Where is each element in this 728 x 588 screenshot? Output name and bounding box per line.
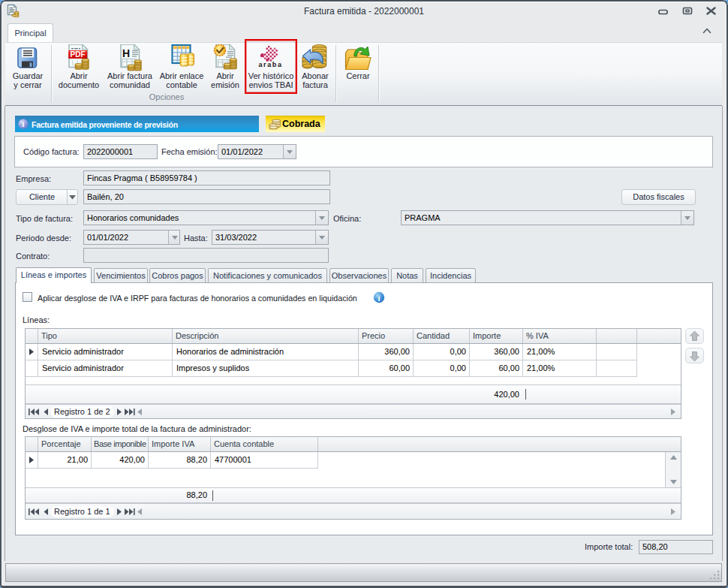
svg-text:H: H	[122, 47, 130, 59]
svg-text:i: i	[378, 294, 380, 303]
svg-text:i: i	[23, 120, 25, 128]
svg-text:PDF: PDF	[71, 50, 86, 59]
